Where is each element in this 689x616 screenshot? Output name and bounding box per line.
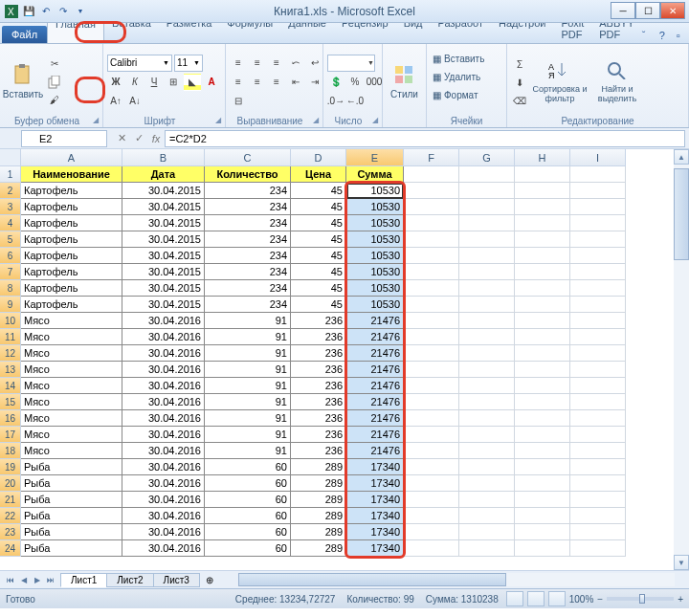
align-bottom-icon[interactable]: ≡ [268,55,285,72]
cell[interactable] [515,166,570,183]
find-select-button[interactable]: Найти и выделить [591,48,643,116]
cell[interactable]: 10530 [346,264,404,280]
cell[interactable] [515,475,570,492]
cell[interactable]: 30.04.2016 [122,313,205,329]
cell[interactable]: 17340 [346,508,404,524]
cell[interactable]: 30.04.2016 [122,378,205,394]
column-header[interactable]: B [122,149,205,166]
cell[interactable]: 60 [205,508,291,524]
cell[interactable]: 234 [205,231,291,248]
sheet-first-icon[interactable]: ⏮ [4,573,17,586]
cell[interactable] [515,313,570,329]
cell[interactable] [515,508,570,524]
fill-icon[interactable]: ⬇ [511,75,528,92]
cell[interactable]: 30.04.2015 [122,199,205,215]
cell[interactable] [459,540,515,557]
font-launcher-icon[interactable]: ◢ [215,116,221,124]
cell[interactable] [404,362,459,378]
sheet-last-icon[interactable]: ⏭ [44,573,57,586]
cell[interactable]: 234 [205,215,291,231]
cell[interactable]: Цена [291,166,346,183]
column-header[interactable]: H [515,149,570,166]
cell[interactable]: 30.04.2016 [122,362,205,378]
row-header[interactable]: 9 [0,297,21,313]
cell[interactable]: 91 [205,329,291,345]
cell[interactable] [570,540,626,557]
cell[interactable]: 60 [205,459,291,475]
cell[interactable] [459,329,515,345]
cell[interactable]: 30.04.2015 [122,231,205,248]
shrink-font-icon[interactable]: A↓ [126,93,144,110]
row-header[interactable]: 14 [0,378,21,394]
zoom-slider[interactable] [607,597,674,601]
cell[interactable] [459,199,515,215]
cell[interactable] [459,313,515,329]
cell[interactable]: 30.04.2016 [122,524,205,540]
cell[interactable]: Картофель [21,215,122,231]
hscroll-thumb[interactable] [238,573,506,586]
paste-button[interactable]: Вставить [4,48,42,116]
format-cells-button[interactable]: ▦Формат [431,86,486,103]
cell[interactable] [570,183,626,199]
cell[interactable] [515,524,570,540]
cell[interactable]: 30.04.2016 [122,427,205,443]
cell[interactable] [404,508,459,524]
cell[interactable]: 10530 [346,199,404,215]
cell[interactable]: 45 [291,297,346,313]
cell[interactable] [404,410,459,427]
cell[interactable]: 30.04.2015 [122,264,205,280]
save-icon[interactable]: 💾 [21,4,36,19]
cell[interactable]: 289 [291,492,346,508]
cell[interactable] [404,443,459,459]
cell[interactable]: 236 [291,345,346,362]
cell[interactable]: Рыба [21,508,122,524]
cell[interactable]: 21476 [346,410,404,427]
column-header[interactable]: D [291,149,346,166]
cell[interactable]: Количество [205,166,291,183]
normal-view-icon[interactable] [506,591,523,606]
cell[interactable]: 21476 [346,345,404,362]
column-header[interactable]: G [459,149,515,166]
cell[interactable] [404,540,459,557]
font-size-combo[interactable]: 11▼ [174,55,203,72]
cell[interactable]: 91 [205,362,291,378]
cell[interactable]: 30.04.2016 [122,508,205,524]
cell[interactable] [404,524,459,540]
row-header[interactable]: 21 [0,492,21,508]
sheet-next-icon[interactable]: ▶ [31,573,44,586]
cell[interactable] [570,199,626,215]
cell[interactable]: 236 [291,443,346,459]
cell[interactable]: 21476 [346,427,404,443]
cell[interactable]: 91 [205,394,291,410]
insert-cells-button[interactable]: ▦Вставить [431,50,486,67]
horizontal-scrollbar[interactable] [238,573,675,586]
cell[interactable]: Мясо [21,329,122,345]
worksheet-grid[interactable]: ABCDEFGHI 123456789101112131415161718192… [0,149,689,570]
row-header[interactable]: 12 [0,345,21,362]
cell[interactable] [570,410,626,427]
cell[interactable] [404,264,459,280]
fill-color-button[interactable]: ◣ [184,74,201,91]
cell[interactable]: 45 [291,215,346,231]
cell[interactable] [404,394,459,410]
cell[interactable] [404,492,459,508]
cell[interactable] [570,329,626,345]
row-header[interactable]: 24 [0,540,21,557]
cell[interactable] [459,508,515,524]
cell[interactable] [515,362,570,378]
cell[interactable] [570,231,626,248]
cell[interactable] [404,329,459,345]
zoom-in-icon[interactable]: + [678,594,683,605]
merge-icon[interactable]: ⊟ [230,93,247,110]
orientation-icon[interactable]: ⤺ [287,55,304,72]
cell[interactable]: 17340 [346,524,404,540]
vertical-scrollbar[interactable]: ▲ ▼ [674,149,689,570]
row-header[interactable]: 4 [0,215,21,231]
cell[interactable]: 234 [205,297,291,313]
cell[interactable]: 236 [291,362,346,378]
cell[interactable]: 30.04.2016 [122,475,205,492]
cell[interactable] [459,378,515,394]
cell[interactable] [404,427,459,443]
cell[interactable]: 236 [291,378,346,394]
row-header[interactable]: 18 [0,443,21,459]
